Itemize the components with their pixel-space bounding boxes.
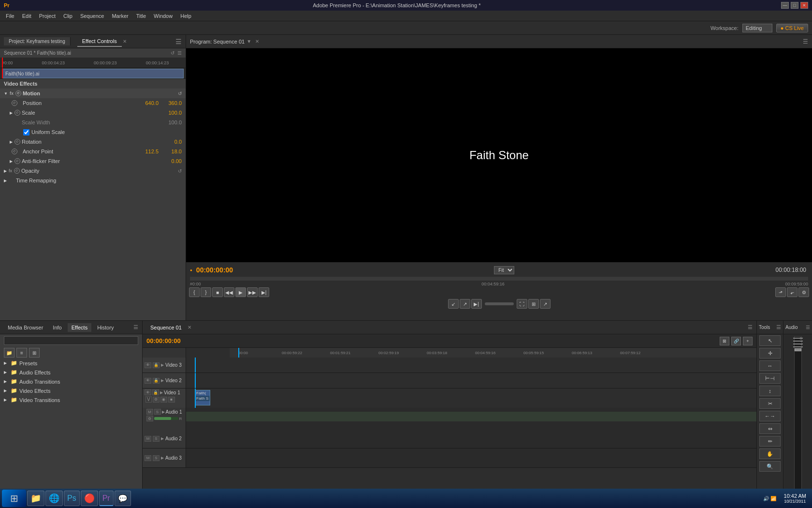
workspace-selector[interactable]: Editing <box>742 24 772 32</box>
monitor-safe-margins[interactable]: ⊞ <box>528 299 539 309</box>
track-v3-eye[interactable]: 👁 <box>145 362 151 368</box>
cs-live-button[interactable]: ● CS Live <box>776 24 808 32</box>
tab-media-browser[interactable]: Media Browser <box>4 323 47 332</box>
antiflicker-triangle[interactable]: ▶ <box>10 159 13 164</box>
rotation-value[interactable]: 0.0 <box>162 139 182 145</box>
tool-zoom[interactable]: 🔍 <box>759 461 781 472</box>
taskbar-ie[interactable]: 🌐 <box>45 491 63 506</box>
scale-stopwatch[interactable]: ⏱ <box>14 110 20 116</box>
start-button[interactable]: ⊞ <box>2 490 26 507</box>
rotation-row[interactable]: ▶ ⏱ Rotation 0.0 <box>0 137 186 147</box>
menu-title[interactable]: Title <box>132 12 150 20</box>
effect-controls-tab[interactable]: Effect Controls <box>77 36 122 47</box>
effects-icon-view[interactable]: ⊞ <box>29 348 40 358</box>
monitor-play[interactable]: ▶ <box>235 287 246 297</box>
track-content-audio1[interactable] <box>186 408 756 429</box>
track-clip-faith[interactable]: Faith( Faith S <box>195 390 210 405</box>
track-v1-lock[interactable]: 🔒 <box>152 389 159 395</box>
anti-flicker-value[interactable]: 0.00 <box>162 158 182 164</box>
sequence-panel-menu[interactable]: ☰ <box>748 324 753 330</box>
tool-track-select[interactable]: ✛ <box>759 348 781 359</box>
menu-edit[interactable]: Edit <box>18 12 35 20</box>
sequence-tab[interactable]: Sequence 01 <box>146 323 186 332</box>
timeremapping-triangle[interactable]: ▶ <box>4 179 7 183</box>
project-tab[interactable]: Project: Keyframes testing <box>4 37 71 45</box>
monitor-output[interactable]: ↗ <box>540 299 551 309</box>
tl-snap-btn[interactable]: ⊠ <box>720 337 729 345</box>
scale-row[interactable]: ▶ ⏱ Scale 100.0 <box>0 108 186 118</box>
track-v1-tool3[interactable]: ■ <box>168 397 175 403</box>
opacity-reset[interactable]: ↺ <box>178 168 182 174</box>
track-v2-expand[interactable]: ▶ <box>161 378 164 383</box>
effects-folder-audio-transitions[interactable]: ▶ 📁 Audio Transitions <box>0 377 142 386</box>
scale-value[interactable]: 100.0 <box>162 110 182 116</box>
monitor-settings[interactable]: ⚙ <box>798 287 809 297</box>
menu-window[interactable]: Window <box>150 12 176 20</box>
motion-stopwatch[interactable]: ⏱ <box>15 90 21 96</box>
tab-effects[interactable]: Effects <box>68 323 91 332</box>
timeline-timecode[interactable]: 00:00:00:00 <box>146 337 181 344</box>
minimize-button[interactable]: — <box>781 2 789 9</box>
menu-sequence[interactable]: Sequence <box>76 12 108 20</box>
tool-ripple-edit[interactable]: ↔ <box>759 360 781 371</box>
track-a2-mute[interactable]: M <box>145 436 151 442</box>
close-button[interactable]: ✕ <box>800 2 808 9</box>
opacity-stopwatch[interactable]: ⏱ <box>14 168 20 174</box>
sequence-close[interactable]: ✕ <box>188 325 191 330</box>
opacity-triangle[interactable]: ▶ <box>4 169 7 173</box>
anchor-point-row[interactable]: ⏱ Anchor Point 112.5 18.0 <box>0 147 186 156</box>
track-v1-eye[interactable]: 👁 <box>145 389 151 395</box>
track-content-audio3[interactable] <box>186 448 756 467</box>
track-content-video1[interactable]: Faith( Faith S <box>186 388 756 408</box>
track-a1-tool1[interactable]: ⚙ <box>146 416 153 421</box>
maximize-button[interactable]: □ <box>791 2 798 9</box>
time-remapping-row[interactable]: ▶ ⏱ Time Remapping <box>0 176 186 185</box>
effects-new-folder[interactable]: 📁 <box>4 348 14 358</box>
motion-row[interactable]: ▼ fx ⏱ Motion ↺ <box>0 89 186 98</box>
monitor-step-back2[interactable]: ◀◀ <box>224 287 234 297</box>
pos-stopwatch[interactable]: ⏱ <box>12 100 17 106</box>
effects-folder-audio-effects[interactable]: ▶ 📁 Audio Effects <box>0 368 142 377</box>
anti-flicker-row[interactable]: ▶ ⏱ Anti-flicker Filter 0.00 <box>0 156 186 166</box>
reset-all-icon[interactable]: ↺ <box>171 50 174 56</box>
monitor-timecode-left[interactable]: 00:00:00:00 <box>194 265 235 275</box>
monitor-extra3[interactable]: ▶| <box>471 299 482 309</box>
monitor-step-back[interactable]: { <box>189 287 200 297</box>
rotation-stopwatch[interactable]: ⏱ <box>14 139 20 145</box>
menu-project[interactable]: Project <box>35 12 59 20</box>
track-a1-solo[interactable]: S <box>154 409 161 415</box>
tool-razor[interactable]: ✂ <box>759 398 781 409</box>
track-a2-solo[interactable]: S <box>153 436 160 442</box>
track-v2-eye[interactable]: 👁 <box>145 378 151 384</box>
menu-marker[interactable]: Marker <box>108 12 132 20</box>
tool-slide[interactable]: ⇔ <box>759 423 781 434</box>
monitor-step-fwd[interactable]: ▶| <box>259 287 269 297</box>
anchor-y[interactable]: 18.0 <box>162 149 182 154</box>
monitor-forward[interactable]: ▶▶ <box>247 287 258 297</box>
tab-history[interactable]: History <box>93 323 117 332</box>
position-row[interactable]: ⏱ Position 640.0 360.0 <box>0 98 186 108</box>
volume-slider[interactable] <box>485 302 514 305</box>
anchor-x[interactable]: 112.5 <box>139 149 159 154</box>
uniform-scale-checkbox[interactable] <box>23 129 29 135</box>
effects-folder-video-effects[interactable]: ▶ 📁 Video Effects <box>0 386 142 395</box>
motion-reset[interactable]: ↺ <box>178 91 182 96</box>
monitor-extra1[interactable]: ↙ <box>448 299 459 309</box>
taskbar-chrome[interactable]: 🔴 <box>81 491 98 506</box>
fader-handle[interactable] <box>795 348 801 351</box>
tl-add-tracks[interactable]: + <box>743 337 753 345</box>
fit-selector[interactable]: Fit <box>494 266 514 274</box>
monitor-extract[interactable]: ⬐ <box>787 287 798 297</box>
scale-triangle[interactable]: ▶ <box>10 111 13 115</box>
tool-hand[interactable]: ✋ <box>759 448 781 459</box>
ec-panel-menu-icon[interactable]: ☰ <box>177 50 182 56</box>
antiflicker-stopwatch[interactable]: ⏱ <box>14 158 20 164</box>
effects-folder-video-transitions[interactable]: ▶ 📁 Video Transitions <box>0 395 142 404</box>
monitor-lift[interactable]: ⬏ <box>775 287 786 297</box>
taskbar-extra[interactable]: 💬 <box>115 491 131 506</box>
effects-list-view[interactable]: ≡ <box>16 348 27 358</box>
menu-help[interactable]: Help <box>176 12 195 20</box>
taskbar-explorer[interactable]: 📁 <box>27 491 44 506</box>
tool-slip[interactable]: ←→ <box>759 411 781 421</box>
monitor-panel-menu[interactable]: ☰ <box>803 38 808 45</box>
